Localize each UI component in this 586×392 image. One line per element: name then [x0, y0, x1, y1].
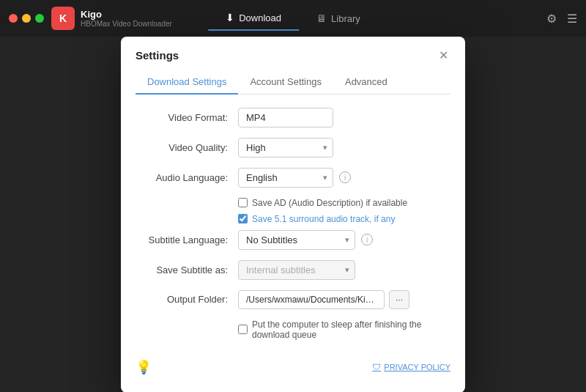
- nav-tab-download[interactable]: ⬇ Download: [208, 6, 299, 31]
- nav-tab-library[interactable]: 🖥 Library: [299, 6, 378, 31]
- save-subtitle-select[interactable]: Internal subtitles External subtitles: [238, 260, 355, 280]
- save-subtitle-wrapper: Internal subtitles External subtitles: [238, 260, 355, 280]
- video-format-control: [238, 108, 443, 127]
- audio-language-control: English Spanish French i: [238, 168, 443, 188]
- app-name: Kigo: [81, 9, 172, 20]
- save-ad-checkbox[interactable]: [238, 198, 248, 207]
- nav-tabs: ⬇ Download 🖥 Library: [208, 6, 378, 31]
- subtitle-language-control: No Subtitles English Spanish i: [238, 230, 443, 250]
- hint-icon: 💡: [136, 359, 152, 375]
- video-quality-control: High Medium Low: [238, 138, 443, 158]
- titlebar: K Kigo HBOMax Video Downloader ⬇ Downloa…: [0, 0, 586, 37]
- video-format-row: Video Format:: [143, 108, 443, 127]
- download-nav-icon: ⬇: [226, 12, 234, 23]
- app-logo: K: [51, 7, 75, 30]
- dialog-title: Settings: [136, 49, 179, 62]
- video-quality-wrapper: High Medium Low: [238, 138, 333, 158]
- video-quality-select[interactable]: High Medium Low: [238, 138, 333, 158]
- dialog-bottom: 💡 🛡 PRIVACY POLICY: [121, 353, 465, 378]
- folder-row: ···: [238, 290, 443, 309]
- settings-icon[interactable]: ⚙: [546, 12, 557, 26]
- minimize-button[interactable]: [22, 14, 31, 23]
- dialog-header: Settings ✕: [121, 37, 465, 63]
- settings-dialog: Settings ✕ Download Settings Account Set…: [121, 37, 465, 393]
- subtitle-language-select[interactable]: No Subtitles English Spanish: [238, 230, 355, 250]
- save-51-label: Save 5.1 surround audio track, if any: [252, 214, 395, 224]
- audio-language-wrapper: English Spanish French: [238, 168, 333, 188]
- save-ad-label: Save AD (Audio Description) if available: [252, 198, 407, 208]
- maximize-button[interactable]: [35, 14, 44, 23]
- output-folder-input[interactable]: [238, 290, 385, 309]
- dialog-close-button[interactable]: ✕: [436, 48, 450, 63]
- app-subtitle: HBOMax Video Downloader: [81, 20, 172, 28]
- video-quality-label: Video Quality:: [143, 142, 238, 153]
- audio-row: English Spanish French i: [238, 168, 443, 188]
- form-content: Video Format: Video Quality: High: [121, 95, 465, 353]
- save-subtitle-label: Save Subtitle as:: [143, 265, 238, 275]
- app-icon-area: K Kigo HBOMax Video Downloader: [51, 7, 172, 30]
- output-folder-control: ···: [238, 290, 443, 309]
- subtitle-language-label: Subtitle Language:: [143, 234, 238, 245]
- save-subtitle-row: Save Subtitle as: Internal subtitles Ext…: [143, 260, 443, 280]
- subtitle-language-wrapper: No Subtitles English Spanish: [238, 230, 355, 250]
- window-controls: [9, 14, 44, 23]
- audio-language-select[interactable]: English Spanish French: [238, 168, 333, 188]
- library-nav-icon: 🖥: [316, 12, 327, 24]
- subtitle-language-row: Subtitle Language: No Subtitles English …: [143, 230, 443, 250]
- close-button[interactable]: [9, 14, 18, 23]
- subtitle-info-icon[interactable]: i: [361, 234, 373, 245]
- audio-info-icon[interactable]: i: [339, 171, 351, 183]
- browse-folder-button[interactable]: ···: [389, 290, 409, 309]
- subtitle-audio-row: No Subtitles English Spanish i: [238, 230, 443, 250]
- output-folder-label: Output Folder:: [143, 294, 238, 305]
- sleep-label: Put the computer to sleep after finishin…: [252, 319, 443, 340]
- tab-advanced[interactable]: Advanced: [333, 70, 399, 95]
- audio-language-row: Audio Language: English Spanish French: [143, 168, 443, 188]
- video-format-label: Video Format:: [143, 112, 238, 123]
- save-51-checkbox[interactable]: [238, 214, 248, 223]
- menu-icon[interactable]: ☰: [567, 12, 577, 26]
- tab-download-settings[interactable]: Download Settings: [136, 70, 238, 95]
- titlebar-actions: ⚙ ☰: [546, 12, 577, 26]
- app-name-area: Kigo HBOMax Video Downloader: [81, 9, 172, 28]
- output-folder-row: Output Folder: ···: [143, 290, 443, 309]
- content-area: Settings ✕ Download Settings Account Set…: [0, 37, 586, 392]
- audio-language-label: Audio Language:: [143, 172, 238, 183]
- tab-account-settings[interactable]: Account Settings: [238, 70, 333, 95]
- save-ad-row: Save AD (Audio Description) if available: [143, 198, 443, 208]
- save-51-row: Save 5.1 surround audio track, if any: [143, 214, 443, 224]
- privacy-policy-link[interactable]: 🛡 PRIVACY POLICY: [372, 362, 450, 372]
- dialog-overlay: Settings ✕ Download Settings Account Set…: [0, 37, 586, 392]
- shield-icon: 🛡: [372, 362, 381, 372]
- sleep-checkbox[interactable]: [238, 325, 248, 334]
- app-background: K Kigo HBOMax Video Downloader ⬇ Downloa…: [0, 0, 586, 392]
- video-format-input[interactable]: [238, 108, 333, 127]
- sleep-row: Put the computer to sleep after finishin…: [143, 319, 443, 340]
- video-quality-row: Video Quality: High Medium Low: [143, 138, 443, 158]
- save-subtitle-control: Internal subtitles External subtitles: [238, 260, 443, 280]
- dialog-tabs: Download Settings Account Settings Advan…: [136, 70, 450, 95]
